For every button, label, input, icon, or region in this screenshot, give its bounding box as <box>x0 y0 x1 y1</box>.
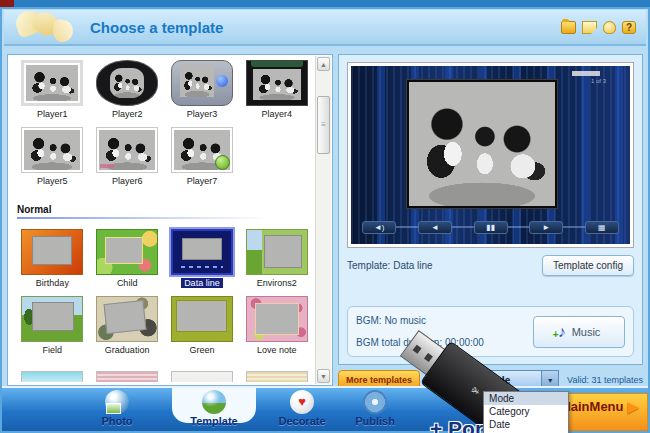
header-toolbar: ? <box>561 21 636 34</box>
template-item-player6[interactable]: Player6 <box>90 127 165 186</box>
photo-icon <box>105 390 129 414</box>
lightbulb-icon[interactable] <box>603 21 616 34</box>
tab-template[interactable]: Template <box>177 390 251 427</box>
template-icon <box>202 390 226 414</box>
template-item-partial-2[interactable] <box>96 371 158 382</box>
template-item-dataline[interactable]: Data line <box>165 229 240 288</box>
playback-controls: ◄) ◄ ▮▮ ► ▦ <box>362 220 619 235</box>
template-item-partial-1[interactable] <box>21 371 83 382</box>
notes-icon[interactable] <box>582 21 597 34</box>
preview-panel: 1 of 3 ◄) ◄ ▮▮ ► ▦ Template: Data line T <box>338 54 643 365</box>
template-list-panel: Player1 Player2 Player3 Player4 <box>7 54 333 386</box>
template-name-text: Template: Data line <box>347 260 433 271</box>
template-list: Player1 Player2 Player3 Player4 <box>9 56 314 384</box>
preview-screen: 1 of 3 ◄) ◄ ▮▮ ► ▦ <box>351 66 630 244</box>
header: Choose a template ? <box>4 10 646 46</box>
tab-decorate[interactable]: ♥ Decorate <box>265 390 339 427</box>
bgm-box: BGM: No music BGM total duration: 00:00:… <box>347 306 634 357</box>
volume-icon[interactable]: ◄) <box>362 221 396 234</box>
template-item-graduation[interactable]: Graduation <box>90 296 165 355</box>
scroll-down-icon[interactable]: ▼ <box>317 369 330 383</box>
pause-icon[interactable]: ▮▮ <box>474 221 508 234</box>
grid-icon[interactable]: ▦ <box>585 221 619 234</box>
template-item-lovenote[interactable]: Love note <box>239 296 314 355</box>
dropdown-option-category[interactable]: Category <box>484 405 568 418</box>
template-item-player2[interactable]: Player2 <box>90 60 165 119</box>
page-title: Choose a template <box>90 19 223 36</box>
template-item-birthday[interactable]: Birthday <box>15 229 90 288</box>
template-item-green[interactable]: Green <box>165 296 240 355</box>
bgm-status-text: BGM: No music <box>356 315 484 326</box>
usb-symbol-icon: ♆ <box>465 381 485 400</box>
help-icon[interactable]: ? <box>622 21 636 34</box>
publish-disc-icon <box>363 390 387 414</box>
template-item-partial-4[interactable] <box>246 371 308 382</box>
selected-template-label: Data line <box>181 278 223 288</box>
partially-visible-template-row <box>15 371 314 382</box>
player-template-grid: Player1 Player2 Player3 Player4 <box>15 60 314 355</box>
template-item-player4[interactable]: Player4 <box>239 60 314 119</box>
preview-photo <box>407 80 558 208</box>
right-column: 1 of 3 ◄) ◄ ▮▮ ► ▦ Template: Data line T <box>338 54 643 386</box>
template-info-row: Template: Data line Template config <box>347 255 634 276</box>
template-item-field[interactable]: Field <box>15 296 90 355</box>
template-preview: 1 of 3 ◄) ◄ ▮▮ ► ▦ <box>347 62 634 248</box>
template-item-player5[interactable]: Player5 <box>15 127 90 186</box>
selected-template-thumb <box>171 229 233 275</box>
tab-publish[interactable]: Publish <box>338 390 412 427</box>
tab-photo[interactable]: Photo <box>80 390 154 427</box>
prev-icon[interactable]: ◄ <box>418 221 452 234</box>
main-content: Player1 Player2 Player3 Player4 <box>7 54 643 386</box>
arrow-right-icon: ▶ <box>628 399 640 414</box>
music-note-icon: ♪+ <box>558 325 566 339</box>
folder-icon[interactable] <box>561 21 576 34</box>
template-item-child[interactable]: Child <box>90 229 165 288</box>
template-config-button[interactable]: Template config <box>542 255 634 276</box>
section-header-normal: Normal <box>17 204 312 219</box>
scrollbar-thumb[interactable] <box>317 96 330 154</box>
template-item-environs2[interactable]: Environs2 <box>239 229 314 288</box>
app-logo-icon <box>12 11 78 43</box>
template-item-partial-3[interactable] <box>171 371 233 382</box>
dropdown-option-mode[interactable]: Mode <box>484 392 568 405</box>
dropdown-option-date[interactable]: Date <box>484 418 568 431</box>
slide-counter: 1 of 3 <box>591 78 606 84</box>
music-button[interactable]: ♪+ Music <box>533 316 625 348</box>
template-item-player7[interactable]: Player7 <box>165 127 240 186</box>
watermark-badge <box>572 71 600 76</box>
scroll-up-icon[interactable]: ▲ <box>317 57 330 71</box>
window-top-edge <box>0 0 650 7</box>
add-icon: + <box>553 328 559 342</box>
app-window: Choose a template ? Player1 Player2 <box>0 7 650 433</box>
group-by-options-list: Mode Category Date Pack <box>483 391 569 433</box>
next-icon[interactable]: ► <box>529 221 563 234</box>
template-item-player1[interactable]: Player1 <box>15 60 90 119</box>
valid-templates-count: Valid: 31 templates <box>567 375 643 385</box>
scrollbar[interactable]: ▲ ▼ <box>315 56 331 384</box>
decorate-heart-icon: ♥ <box>290 390 314 414</box>
template-item-player3[interactable]: Player3 <box>165 60 240 119</box>
